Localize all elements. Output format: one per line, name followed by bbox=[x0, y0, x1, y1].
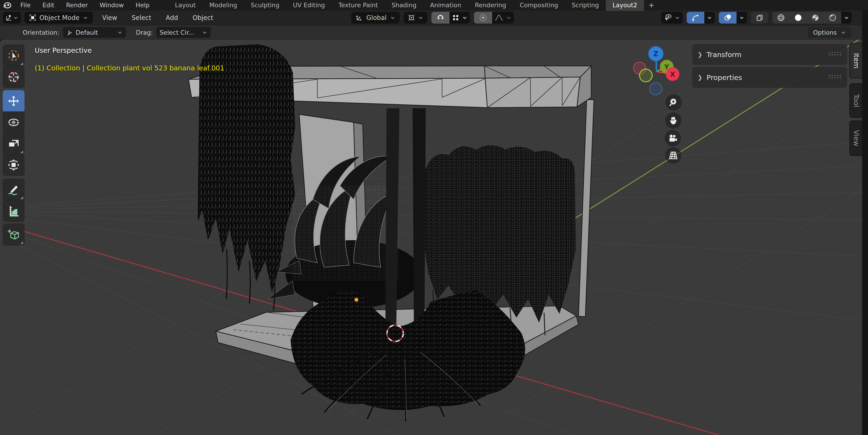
show-gizmo-toggle[interactable] bbox=[687, 12, 704, 24]
snap-mode-selector[interactable] bbox=[450, 12, 470, 24]
show-overlays-toggle[interactable] bbox=[719, 12, 737, 24]
menu-edit[interactable]: Edit bbox=[36, 1, 60, 9]
pivot-point-selector[interactable] bbox=[404, 12, 427, 24]
tool-select-box[interactable] bbox=[3, 45, 25, 66]
snap-toggle[interactable] bbox=[431, 12, 450, 24]
drag-grip-icon[interactable] bbox=[828, 74, 841, 81]
scale-icon bbox=[7, 137, 20, 150]
wireframe-sphere-icon bbox=[777, 13, 785, 22]
view-perspective-label: User Perspective bbox=[35, 46, 92, 55]
tab-modeling[interactable]: Modeling bbox=[203, 0, 244, 11]
tool-rotate[interactable] bbox=[3, 111, 25, 133]
drag-action-select[interactable]: Select Cir... bbox=[156, 27, 211, 38]
measure-icon bbox=[7, 204, 20, 218]
menu-view[interactable]: View bbox=[97, 14, 122, 22]
rotate-icon bbox=[7, 116, 20, 129]
viewport-3d[interactable]: User Perspective (1) Collection | Collec… bbox=[0, 40, 868, 435]
shading-material-button[interactable] bbox=[807, 12, 824, 24]
shading-options[interactable] bbox=[841, 12, 852, 24]
add-workspace-button[interactable]: + bbox=[644, 0, 659, 11]
transform-orientation-selector[interactable]: Global bbox=[351, 12, 400, 24]
mode-selector[interactable]: Object Mode bbox=[25, 12, 93, 24]
chevron-down-icon bbox=[462, 15, 468, 21]
drag-grip-icon[interactable] bbox=[828, 51, 841, 59]
chevron-down-icon bbox=[707, 15, 712, 21]
viewport-header: Object Mode View Select Add Object Globa… bbox=[0, 10, 868, 25]
zoom-button[interactable] bbox=[665, 94, 682, 110]
sidebar-tab-view[interactable]: View bbox=[849, 121, 863, 156]
gizmo-z-label: Z bbox=[653, 50, 658, 58]
menu-file[interactable]: File bbox=[14, 1, 36, 9]
tool-move[interactable] bbox=[3, 90, 25, 112]
gizmo-options[interactable] bbox=[704, 12, 715, 24]
eye-cursor-icon bbox=[663, 13, 672, 22]
tab-texture-paint[interactable]: Texture Paint bbox=[332, 0, 385, 11]
shading-wireframe-button[interactable] bbox=[772, 12, 789, 24]
subtool-indicator bbox=[21, 196, 23, 199]
tab-animation[interactable]: Animation bbox=[423, 0, 468, 11]
tool-scale[interactable] bbox=[3, 133, 25, 155]
proportional-editing-toggle[interactable] bbox=[474, 12, 492, 24]
orientation-axes-icon bbox=[355, 14, 363, 22]
object-visibility-selector[interactable] bbox=[661, 12, 683, 24]
tab-layout[interactable]: Layout bbox=[168, 0, 203, 11]
chevron-down-icon bbox=[418, 15, 424, 21]
tab-shading[interactable]: Shading bbox=[385, 0, 423, 11]
gizmo-minus-y[interactable] bbox=[640, 69, 652, 82]
overlays-icon bbox=[723, 13, 732, 22]
tab-tool-label: Tool bbox=[852, 94, 860, 107]
tab-item-label: Item bbox=[852, 53, 860, 68]
menu-window[interactable]: Window bbox=[94, 1, 130, 9]
annotate-icon bbox=[7, 183, 20, 196]
drag-orientation-select[interactable]: Default bbox=[63, 27, 126, 38]
tab-layout2[interactable]: Layout2 bbox=[606, 0, 644, 11]
tab-uv-editing[interactable]: UV Editing bbox=[286, 0, 332, 11]
hand-icon bbox=[669, 116, 678, 125]
subtool-indicator bbox=[21, 241, 23, 244]
sidebar-tab-item[interactable]: Item bbox=[849, 43, 863, 78]
tool-measure[interactable] bbox=[3, 200, 25, 222]
menu-select[interactable]: Select bbox=[126, 14, 157, 22]
sidebar-tab-tool[interactable]: Tool bbox=[849, 83, 863, 118]
tool-transform[interactable] bbox=[3, 154, 25, 176]
pan-button[interactable] bbox=[665, 112, 681, 129]
tool-annotate[interactable] bbox=[3, 179, 25, 201]
toggle-ortho-button[interactable] bbox=[665, 147, 681, 164]
panel-transform[interactable]: ❯ Transform bbox=[692, 44, 847, 65]
overlays-options[interactable] bbox=[737, 12, 747, 24]
select-box-icon bbox=[7, 49, 20, 62]
transform-icon bbox=[7, 158, 20, 171]
gizmo-y-label: Y bbox=[664, 63, 669, 71]
panel-properties[interactable]: ❯ Properties bbox=[692, 67, 847, 88]
shading-solid-button[interactable] bbox=[789, 12, 807, 24]
rendered-sphere-icon bbox=[829, 13, 837, 22]
camera-view-button[interactable] bbox=[665, 130, 681, 146]
camera-icon bbox=[668, 133, 678, 143]
panel-transform-title: Transform bbox=[707, 51, 742, 59]
tab-sculpting[interactable]: Sculpting bbox=[244, 0, 286, 11]
menu-help[interactable]: Help bbox=[130, 1, 156, 9]
expand-chevron-icon: ❯ bbox=[698, 74, 703, 81]
add-cube-icon bbox=[7, 228, 20, 241]
cursor-3d-icon bbox=[7, 70, 20, 83]
editor-type-selector[interactable] bbox=[3, 12, 21, 24]
snap-increment-icon bbox=[452, 14, 460, 22]
region-divider[interactable] bbox=[862, 10, 868, 435]
menu-add[interactable]: Add bbox=[160, 14, 183, 22]
gizmo-minus-z[interactable] bbox=[650, 83, 662, 95]
tab-rendering[interactable]: Rendering bbox=[468, 0, 513, 11]
shading-rendered-button[interactable] bbox=[824, 12, 841, 24]
proportional-falloff-selector[interactable] bbox=[492, 12, 514, 24]
orientation-gizmo[interactable]: Z Y X bbox=[628, 42, 687, 101]
menu-render[interactable]: Render bbox=[60, 1, 94, 9]
tab-scripting[interactable]: Scripting bbox=[565, 0, 606, 11]
tool-cursor[interactable] bbox=[3, 66, 25, 88]
subtool-indicator bbox=[21, 62, 23, 65]
options-button[interactable]: Options bbox=[808, 27, 852, 38]
blender-logo-icon[interactable] bbox=[2, 1, 11, 9]
menu-object[interactable]: Object bbox=[187, 14, 219, 22]
chevron-down-icon bbox=[840, 29, 846, 35]
tab-compositing[interactable]: Compositing bbox=[513, 0, 565, 11]
tool-add-cube[interactable] bbox=[3, 224, 25, 245]
xray-toggle[interactable] bbox=[751, 12, 768, 24]
